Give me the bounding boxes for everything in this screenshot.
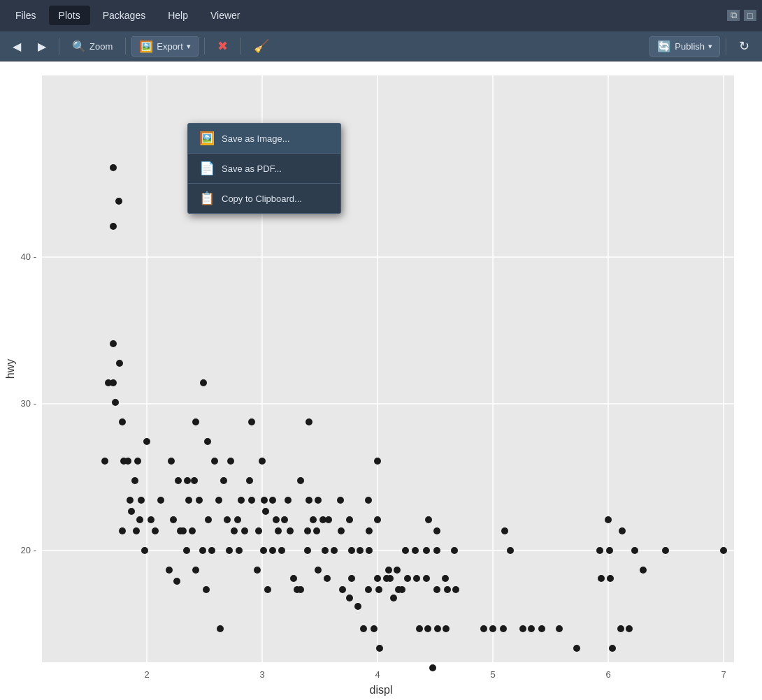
svg-point-134	[573, 645, 580, 652]
svg-point-50	[203, 586, 210, 593]
toolbar-right: 🔄 Publish ▾ ↻	[649, 36, 756, 57]
svg-point-114	[433, 547, 440, 554]
save-as-image-item[interactable]: 🖼️ Save as Image...	[188, 124, 340, 153]
svg-point-112	[433, 527, 440, 534]
svg-point-28	[143, 438, 150, 445]
publish-button[interactable]: 🔄 Publish ▾	[649, 36, 720, 57]
svg-point-35	[141, 547, 148, 554]
separator-3	[204, 38, 205, 54]
svg-point-80	[305, 497, 312, 504]
svg-point-39	[211, 458, 218, 465]
svg-point-77	[297, 586, 304, 593]
svg-point-162	[173, 578, 180, 585]
svg-point-119	[443, 625, 450, 632]
svg-point-95	[365, 497, 372, 504]
svg-text:20 -: 20 -	[21, 545, 36, 555]
svg-point-67	[255, 527, 262, 534]
svg-point-70	[269, 547, 276, 554]
svg-point-46	[199, 547, 206, 554]
svg-point-126	[500, 625, 507, 632]
separator-2	[125, 38, 126, 54]
svg-point-33	[119, 527, 126, 534]
svg-text:3: 3	[259, 669, 264, 680]
svg-point-38	[204, 438, 211, 445]
svg-point-25	[112, 399, 119, 406]
svg-point-180	[416, 625, 423, 632]
svg-point-88	[304, 547, 311, 554]
save-pdf-icon: 📄	[199, 161, 215, 176]
svg-point-144	[631, 547, 638, 554]
svg-point-19	[110, 164, 117, 171]
svg-point-110	[413, 575, 420, 582]
svg-point-65	[281, 516, 288, 523]
svg-point-140	[609, 645, 616, 652]
scatter-plot: hwy displ 20 - 30 - 40 - 2 3 4 5 6 7	[0, 61, 762, 700]
svg-point-37	[192, 418, 199, 425]
zoom-button[interactable]: 🔍 Zoom	[65, 37, 120, 56]
svg-text:4: 4	[375, 669, 380, 680]
svg-point-58	[236, 547, 243, 554]
svg-point-55	[224, 516, 231, 523]
back-button[interactable]: ◀	[6, 37, 28, 56]
svg-point-24	[105, 379, 112, 386]
nav-tab-files[interactable]: Files	[6, 6, 46, 25]
forward-button[interactable]: ▶	[31, 37, 53, 56]
svg-point-121	[451, 547, 458, 554]
svg-point-155	[157, 497, 164, 504]
svg-point-106	[376, 645, 383, 652]
svg-point-31	[136, 516, 143, 523]
copy-clipboard-label: Copy to Clipboard...	[222, 194, 302, 204]
svg-point-135	[605, 516, 612, 523]
svg-point-143	[626, 625, 633, 632]
nav-tab-help[interactable]: Help	[158, 6, 198, 25]
export-dropdown-icon: ▾	[187, 42, 191, 51]
svg-point-136	[596, 547, 603, 554]
svg-point-156	[168, 458, 175, 465]
x-axis-label: displ	[370, 684, 393, 696]
svg-point-139	[607, 575, 614, 582]
nav-tab-plots[interactable]: Plots	[49, 6, 90, 25]
svg-text:2: 2	[144, 669, 149, 680]
svg-point-145	[640, 567, 647, 574]
svg-point-122	[442, 575, 449, 582]
svg-point-158	[185, 497, 192, 504]
nav-tab-packages[interactable]: Packages	[93, 6, 155, 25]
broom-icon: 🧹	[254, 38, 269, 54]
svg-point-44	[189, 527, 196, 534]
svg-point-22	[110, 340, 117, 347]
copy-clipboard-item[interactable]: 📋 Copy to Clipboard...	[188, 184, 340, 213]
save-as-image-label: Save as Image...	[222, 133, 290, 144]
clear-button[interactable]: ✖	[210, 36, 235, 57]
svg-point-177	[394, 567, 401, 574]
svg-point-109	[404, 575, 411, 582]
svg-point-132	[538, 625, 545, 632]
export-icon: 🖼️	[139, 40, 153, 53]
svg-point-175	[412, 547, 419, 554]
svg-text:6: 6	[605, 669, 610, 680]
svg-point-90	[324, 575, 331, 582]
export-button[interactable]: 🖼️ Export ▾	[131, 36, 199, 57]
svg-text:30 -: 30 -	[21, 398, 36, 409]
svg-point-113	[423, 547, 430, 554]
publish-icon: 🔄	[657, 40, 671, 53]
svg-point-159	[170, 516, 177, 523]
save-as-pdf-item[interactable]: 📄 Save as PDF...	[188, 154, 340, 183]
maximize-button[interactable]: □	[744, 10, 756, 21]
svg-point-167	[285, 497, 292, 504]
restore-button[interactable]: ⧉	[727, 10, 740, 21]
svg-point-118	[434, 625, 441, 632]
svg-point-171	[339, 586, 346, 593]
svg-point-130	[519, 625, 526, 632]
svg-point-124	[444, 586, 451, 593]
svg-point-51	[217, 625, 224, 632]
svg-point-133	[556, 625, 563, 632]
nav-tab-viewer[interactable]: Viewer	[201, 6, 250, 25]
svg-point-74	[264, 586, 271, 593]
svg-point-176	[385, 567, 392, 574]
svg-point-148	[115, 198, 122, 205]
svg-point-71	[260, 547, 267, 554]
refresh-button[interactable]: ↻	[732, 36, 756, 57]
broom-button[interactable]: 🧹	[247, 36, 276, 57]
svg-point-92	[337, 497, 344, 504]
svg-point-53	[238, 497, 245, 504]
